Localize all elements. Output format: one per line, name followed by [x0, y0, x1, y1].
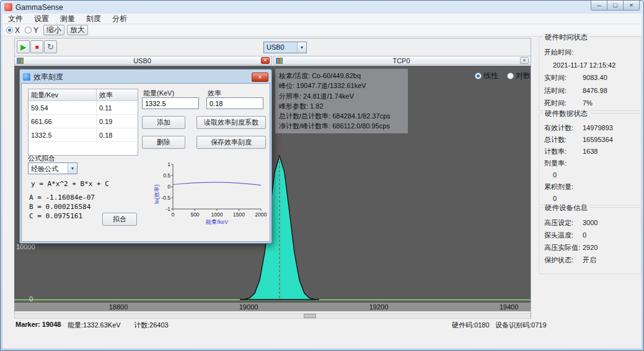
hardware-time-title: 硬件时间状态: [543, 33, 589, 42]
efficiency-input[interactable]: [206, 97, 263, 109]
app-icon: [4, 3, 12, 11]
tab-usb0-label: USB0: [24, 57, 261, 64]
add-button[interactable]: 添加: [142, 116, 185, 129]
linear-scale-label: 线性: [483, 71, 498, 81]
fit-y-tick: 1: [167, 161, 170, 167]
hardware-data-group: 硬件数据状态 有效计数:14979893 总计数:16595364 计数率:16…: [539, 113, 642, 205]
x-axis-radio[interactable]: [6, 27, 13, 33]
fit-y-tick: 0: [167, 184, 170, 190]
spectrum-icon: [276, 58, 283, 64]
formula-combo[interactable]: 经验公式 ▼: [28, 162, 77, 174]
table-row[interactable]: 1332.5 0.18: [29, 128, 138, 142]
hardware-device-title: 硬件设备信息: [543, 203, 589, 213]
dialog-close-button[interactable]: ×: [252, 73, 268, 82]
coefficient-c: C = 0.0975161: [29, 212, 82, 220]
x-axis-strip: [14, 303, 531, 311]
radio-icon: [507, 73, 514, 79]
y-axis-label: Y: [33, 26, 38, 35]
menu-analysis[interactable]: 分析: [107, 14, 133, 24]
dead-time-row: 死时间:7%: [544, 97, 636, 110]
table-row[interactable]: 661.66 0.19: [29, 115, 138, 128]
fit-ylabel: ln(效率): [154, 184, 160, 203]
dialog-icon: [23, 73, 30, 81]
title-bar[interactable]: GammaSense: [1, 1, 643, 14]
protection-status-row: 保护状态:开启: [544, 254, 636, 266]
linear-scale-radio[interactable]: 线性: [475, 71, 498, 81]
menu-measure[interactable]: 测量: [55, 14, 81, 24]
coefficient-a: A = -1.16084e-07: [29, 193, 95, 202]
tab-tcp0-close-icon[interactable]: ×: [520, 57, 529, 64]
play-icon: ▶: [20, 43, 26, 51]
stop-acquisition-button[interactable]: ■: [30, 40, 43, 53]
delete-button[interactable]: 删除: [142, 136, 185, 149]
minimize-button[interactable]: –: [591, 1, 607, 11]
device-id-status: 设备识别码:0719: [495, 321, 547, 330]
menu-calibration[interactable]: 刻度: [81, 14, 107, 24]
hardware-time-group: 硬件时间状态 开始时间: 2021-11-17 12:15:42 实时间:908…: [539, 37, 642, 111]
x-tick-19000: 19000: [239, 303, 258, 311]
efficiency-column-header: 效率: [97, 89, 138, 101]
log-scale-radio[interactable]: 对数: [507, 71, 531, 81]
peak-info-overlay: 核素/活度: Co-60/449.82bq 峰位: 19047.7道/1332.…: [275, 69, 408, 133]
y-axis-label-min: 0: [29, 295, 33, 303]
tab-tcp0-label: TCP0: [283, 57, 520, 64]
overlay-total-counts: 总计数/总计数率: 684284.1/82.37cps: [279, 111, 404, 121]
chevron-down-icon[interactable]: ▼: [68, 163, 77, 174]
total-counts-row: 总计数:16595364: [544, 134, 636, 146]
tab-usb0-close-icon[interactable]: ×: [261, 57, 270, 64]
overlay-peak-position: 峰位: 19047.7道/1332.61keV: [279, 81, 404, 91]
fit-y-tick: -0.5: [161, 195, 170, 201]
tab-usb0[interactable]: USB0 ×: [14, 56, 272, 65]
refresh-icon: ↻: [47, 42, 54, 51]
overlay-nuclide: 核素/活度: Co-60/449.82bq: [279, 71, 404, 81]
energy-column-header: 能量/Kev: [29, 89, 97, 101]
efficiency-field-label: 效率: [208, 89, 221, 98]
start-acquisition-button[interactable]: ▶: [17, 40, 30, 53]
fit-x-tick: 1000: [211, 211, 223, 218]
formula-text: y = A*x^2 + B*x + C: [31, 180, 109, 188]
zoom-in-button[interactable]: 放大: [67, 25, 88, 35]
fit-curve: [173, 182, 261, 185]
x-tick-19200: 19200: [369, 303, 389, 311]
overlay-resolution: 分辨率: 24.81道/1.74keV: [279, 91, 404, 101]
menu-settings[interactable]: 设置: [29, 14, 55, 24]
zoom-out-button[interactable]: 缩小: [43, 25, 64, 35]
table-row[interactable]: 59.54 0.11: [29, 101, 138, 115]
maximize-button[interactable]: □: [607, 1, 624, 11]
menu-file[interactable]: 文件: [2, 14, 29, 24]
chevron-down-icon[interactable]: ▼: [297, 42, 306, 53]
overlay-net-counts: 净计数/峰计数率: 686112.0/80.95cps: [279, 121, 404, 131]
fit-xlabel: 能量/keV: [206, 219, 228, 225]
hardware-code-status: 硬件码:0180: [452, 321, 490, 330]
energy-input[interactable]: [142, 97, 199, 109]
table-header-row: 能量/Kev 效率: [29, 89, 138, 101]
fit-y-tick: -1: [165, 206, 170, 212]
scrollbar-thumb[interactable]: [304, 314, 316, 318]
y-axis-label-max: 10000: [16, 243, 35, 251]
y-axis-radio[interactable]: [25, 27, 32, 33]
read-coefficients-button[interactable]: 读取效率刻度系数: [196, 116, 266, 129]
horizontal-scrollbar[interactable]: [14, 313, 531, 319]
dialog-title-bar[interactable]: 效率刻度 ×: [21, 71, 270, 83]
device-combo[interactable]: USB0 ▼: [263, 42, 307, 53]
radio-icon: [475, 73, 482, 79]
x-axis-label: X: [15, 26, 20, 35]
refresh-button[interactable]: ↻: [44, 40, 57, 53]
close-button[interactable]: ×: [623, 1, 640, 11]
fit-chart-svg: 1 0.5 0 -0.5 -1 0 500 1000 1500 2000 ln(…: [153, 159, 267, 229]
fit-button[interactable]: 拟合: [102, 213, 137, 226]
tab-tcp0[interactable]: TCP0 ×: [273, 56, 531, 65]
hardware-device-group: 硬件设备信息 高压设定:3000 探头温度:0 高压实际值:2920 保护状态:…: [539, 207, 642, 274]
scale-mode-group: 线性 对数: [475, 71, 531, 81]
app-window: GammaSense – □ × 文件 设置 测量 刻度 分析 X Y 缩小 放…: [0, 0, 644, 351]
x-tick-19400: 19400: [500, 303, 519, 311]
fit-curve-chart: 1 0.5 0 -0.5 -1 0 500 1000 1500 2000 ln(…: [153, 159, 267, 230]
dialog-body: 能量/Kev 效率 59.54 0.11 661.66 0.19 1332.5 …: [21, 83, 270, 242]
hardware-data-title: 硬件数据状态: [543, 109, 589, 118]
marker-status: Marker: 19048: [15, 321, 61, 328]
window-title: GammaSense: [15, 3, 63, 12]
save-calibration-button[interactable]: 保存效率刻度: [196, 136, 266, 149]
calibration-table[interactable]: 能量/Kev 效率 59.54 0.11 661.66 0.19 1332.5 …: [28, 89, 138, 156]
efficiency-calibration-dialog: 效率刻度 × 能量/Kev 效率 59.54 0.11 661.66 0.19 …: [19, 69, 272, 244]
status-bar: Marker: 19048 能量:1332.63KeV 计数:26403 硬件码…: [2, 321, 642, 332]
